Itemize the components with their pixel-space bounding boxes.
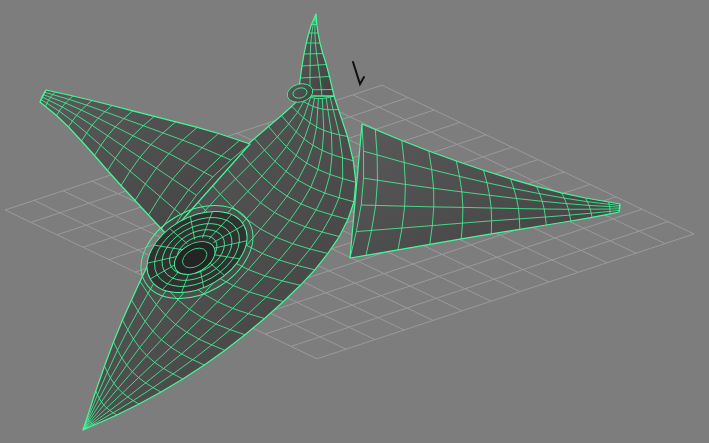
rib-line — [304, 54, 323, 55]
scene-svg — [0, 0, 709, 443]
wireframe-jet-model[interactable] — [40, 14, 620, 430]
right-wing-mesh[interactable] — [350, 124, 620, 258]
cursor-glyph — [353, 62, 364, 84]
right-wing-mesh-silhouette — [350, 124, 620, 258]
grid-line-v — [291, 222, 668, 347]
maya-style-viewport[interactable] — [0, 0, 709, 443]
cursor-mark — [353, 62, 364, 84]
